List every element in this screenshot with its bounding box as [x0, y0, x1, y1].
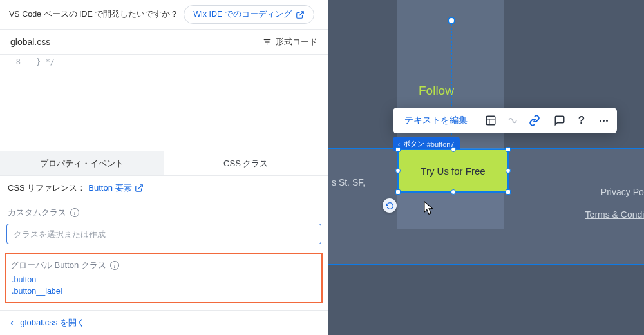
editor-panel: VS Code ベースの IDE で開発したいですか？ Wix IDE でのコー… [0, 0, 328, 335]
custom-class-label: カスタムクラス [8, 207, 66, 218]
svg-rect-5 [486, 116, 495, 125]
external-link-icon [135, 184, 144, 193]
code-editor[interactable]: 8 } */ [0, 55, 328, 151]
edit-text-button[interactable]: テキストを編集 [395, 108, 477, 133]
terms-link[interactable]: Terms & Conditions [585, 209, 644, 220]
ide-prompt-text: VS Code ベースの IDE で開発したいですか？ [9, 9, 178, 20]
comment-icon[interactable] [549, 108, 571, 133]
chevron-left-icon: ‹ [10, 318, 14, 328]
global-class-button-label[interactable]: .button__label [10, 287, 317, 296]
info-icon[interactable]: i [110, 261, 119, 270]
format-code-button[interactable]: 形式コード [263, 36, 317, 48]
code-body[interactable]: } */ [36, 55, 328, 151]
tab-properties-label: プロパティ・イベント [40, 158, 124, 169]
privacy-policy-link[interactable]: Privacy Policy [601, 187, 644, 197]
file-bar: global.css 形式コード [0, 30, 328, 55]
css-reference-row: CSS リファレンス： Button 要素 [0, 175, 328, 199]
more-options-icon[interactable] [592, 108, 614, 133]
global-classes-label-row: グローバル Button クラス i [10, 260, 317, 271]
link-icon[interactable] [524, 108, 545, 133]
external-link-icon [296, 10, 305, 19]
custom-class-input[interactable] [14, 229, 314, 239]
tab-css-classes-label: CSS クラス [223, 158, 268, 169]
open-wix-ide-button[interactable]: Wix IDE でのコーディング [184, 5, 314, 24]
animation-icon[interactable] [502, 108, 524, 133]
global-class-button[interactable]: .button [10, 275, 317, 284]
toolbar-divider [547, 113, 547, 128]
resize-handle[interactable] [451, 147, 456, 152]
element-tag-id: #button7 [427, 140, 455, 148]
toolbar-divider [478, 113, 478, 128]
code-line: } */ [36, 57, 328, 66]
resize-handle[interactable] [395, 189, 401, 195]
resize-handle[interactable] [395, 147, 401, 152]
format-icon [263, 37, 272, 46]
tab-properties-events[interactable]: プロパティ・イベント [0, 151, 164, 175]
code-gutter: 8 [0, 55, 36, 151]
filename-label: global.css [10, 37, 50, 47]
design-canvas[interactable]: Follow s St. SF, Privacy Policy Terms & … [328, 0, 644, 335]
layout-icon[interactable] [480, 108, 502, 133]
resize-handle[interactable] [395, 168, 401, 173]
ide-prompt-button-label: Wix IDE でのコーディング [193, 9, 292, 20]
css-reference-link-text: Button 要素 [88, 182, 131, 194]
svg-line-0 [299, 11, 303, 15]
info-icon[interactable]: i [70, 208, 79, 217]
undo-icon [386, 202, 394, 210]
svg-line-4 [138, 185, 142, 189]
resize-handle[interactable] [451, 189, 456, 195]
css-reference-link[interactable]: Button 要素 [88, 182, 143, 194]
selected-button-label: Try Us for Free [421, 166, 485, 177]
css-reference-label: CSS リファレンス： [8, 182, 86, 194]
open-global-css-link[interactable]: ‹ global.css を開く [0, 310, 328, 335]
section-border-bottom [328, 264, 644, 265]
follow-heading: Follow [419, 84, 454, 98]
line-number: 8 [0, 57, 21, 66]
open-global-css-label: global.css を開く [20, 317, 84, 329]
selected-button-element[interactable]: Try Us for Free [397, 149, 509, 193]
tab-css-classes[interactable]: CSS クラス [164, 151, 328, 175]
custom-class-input-wrapper[interactable] [6, 224, 321, 244]
reset-button[interactable] [383, 198, 397, 213]
resize-handle[interactable] [506, 189, 511, 195]
element-context-toolbar: テキストを編集 ? [393, 108, 617, 133]
format-code-label: 形式コード [276, 36, 317, 48]
address-text-fragment: s St. SF, [332, 177, 365, 187]
custom-class-label-row: カスタムクラス i [0, 199, 328, 224]
ide-prompt-bar: VS Code ベースの IDE で開発したいですか？ Wix IDE でのコー… [0, 0, 328, 30]
bottom-tabs: プロパティ・イベント CSS クラス [0, 151, 328, 175]
resize-handle[interactable] [506, 147, 511, 152]
guide-line-horizontal [509, 171, 644, 171]
global-classes-label: グローバル Button クラス [10, 260, 106, 271]
resize-handle[interactable] [506, 168, 511, 173]
global-button-classes-box: グローバル Button クラス i .button .button__labe… [5, 253, 323, 303]
element-tag-type: ボタン [403, 139, 424, 149]
help-icon[interactable]: ? [571, 108, 592, 133]
resize-handle-top-circle[interactable] [448, 17, 455, 24]
mouse-cursor-icon [424, 201, 434, 215]
